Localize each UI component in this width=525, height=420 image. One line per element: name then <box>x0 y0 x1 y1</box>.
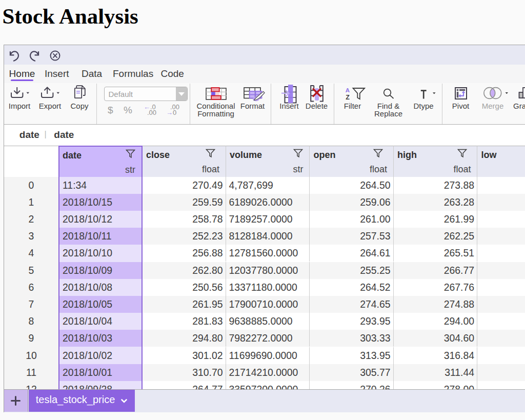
svg-text:Z: Z <box>346 94 350 101</box>
svg-text:A: A <box>346 87 350 93</box>
